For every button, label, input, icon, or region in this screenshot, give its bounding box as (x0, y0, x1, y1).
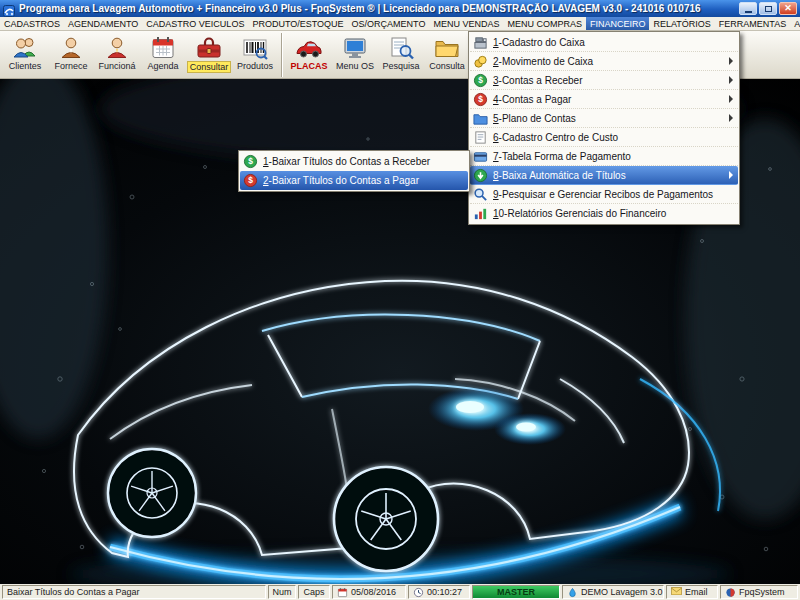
toolbar-menu-os-button[interactable]: Menu OS (332, 32, 378, 78)
toolbar-agenda-button[interactable]: Agenda (140, 32, 186, 78)
monitor-icon (342, 35, 368, 61)
menu-item-baixa-automatica[interactable]: 8-Baixa Automática de Títulos (470, 166, 738, 185)
user-value: MASTER (497, 587, 535, 597)
menu-cadastros[interactable]: CADASTROS (0, 17, 64, 30)
menu-produto-estoque[interactable]: PRODUTO/ESTOQUE (248, 17, 347, 30)
app-version-value: DEMO Lavagem 3.0 (581, 587, 663, 597)
svg-text:$: $ (248, 156, 253, 166)
minimize-button[interactable] (739, 2, 757, 15)
pagar-icon: $ (243, 173, 258, 188)
submenu-arrow-icon (729, 171, 733, 179)
employee-icon (104, 35, 130, 61)
statusbar-app-version: DEMO Lavagem 3.0 (562, 585, 664, 599)
menu-item-cadastro-caixa[interactable]: 1-Cadastro do Caixa (470, 33, 738, 52)
submenu-arrow-icon (729, 114, 733, 122)
menu-item-plano-contas[interactable]: 5-Plano de Contas (470, 109, 738, 128)
calendar-mini-icon (337, 587, 348, 598)
toolbar-pesquisa-os-button[interactable]: Pesquisa (378, 32, 424, 78)
titlebar: Programa para Lavagem Automotivo + Finan… (0, 0, 800, 17)
menu-relatorios[interactable]: RELATÓRIOS (649, 17, 714, 30)
menu-item-contas-receber[interactable]: $ 3-Contas a Receber (470, 71, 738, 90)
envelope-icon (671, 587, 682, 598)
toolbar-label: Fornece (54, 61, 87, 72)
submenu-item-label: 2-Baixar Títulos do Contas a Pagar (263, 175, 419, 186)
app-icon (3, 3, 15, 15)
menu-agendamento[interactable]: AGENDAMENTO (64, 17, 142, 30)
window-title: Programa para Lavagem Automotivo + Finan… (19, 3, 735, 14)
menu-item-label: 3-Contas a Receber (493, 75, 583, 86)
submenu-item-baixar-receber[interactable]: $ 1-Baixar Títulos do Contas a Receber (240, 152, 468, 171)
receber-icon: $ (243, 154, 258, 169)
auto-writeoff-icon (473, 168, 488, 183)
menu-item-pesquisar-recibos[interactable]: 9-Pesquisar e Gerenciar Recibos de Pagam… (470, 185, 738, 204)
receivable-icon: $ (473, 73, 488, 88)
statusbar-email[interactable]: Email (666, 585, 718, 599)
toolbar-label: Consulta (429, 61, 465, 72)
menu-vendas[interactable]: MENU VENDAS (429, 17, 503, 30)
submenu-item-baixar-pagar[interactable]: $ 2-Baixar Títulos do Contas a Pagar (240, 171, 468, 190)
toolbar-clientes-button[interactable]: Clientes (2, 32, 48, 78)
statusbar: Baixar Títulos do Contas a Pagar Num Cap… (0, 584, 800, 600)
toolbar-produtos-button[interactable]: Consultar (186, 32, 232, 78)
search-receipts-icon (473, 187, 488, 202)
toolbar-label: PLACAS (290, 61, 327, 72)
calendar-icon (150, 35, 176, 61)
menu-item-forma-pagamento[interactable]: 7-Tabela Forma de Pagamento (470, 147, 738, 166)
menu-item-label: 1-Cadastro do Caixa (493, 37, 585, 48)
toolbar-label: Consultar (187, 61, 232, 73)
minimize-icon (745, 11, 752, 13)
window-controls: ✕ (739, 2, 797, 15)
search-doc-icon (388, 35, 414, 61)
submenu-arrow-icon (729, 95, 733, 103)
menu-item-centro-custo[interactable]: 6-Cadastro Centro de Custo (470, 128, 738, 147)
statusbar-date: 05/08/2016 (332, 585, 406, 599)
menu-item-label: 7-Tabela Forma de Pagamento (493, 151, 631, 162)
menu-item-label: 4-Contas a Pagar (493, 94, 571, 105)
toolbar-fornecedor-button[interactable]: Fornece (48, 32, 94, 78)
numlock-label: Num (273, 587, 292, 597)
payable-icon: $ (473, 92, 488, 107)
submenu-arrow-icon (729, 76, 733, 84)
payment-method-icon (473, 149, 488, 164)
supplier-icon (58, 35, 84, 61)
submenu-arrow-icon (729, 57, 733, 65)
menu-ajuda[interactable]: AJUDA (790, 17, 800, 30)
email-label: Email (685, 587, 708, 597)
capslock-label: Caps (303, 587, 324, 597)
svg-text:$: $ (478, 75, 483, 85)
menu-cadastro-veiculos[interactable]: CADASTRO VEICULOS (142, 17, 248, 30)
maximize-button[interactable] (759, 2, 777, 15)
menu-item-contas-pagar[interactable]: $ 4-Contas a Pagar (470, 90, 738, 109)
chart-of-accounts-icon (473, 111, 488, 126)
app-window: Programa para Lavagem Automotivo + Finan… (0, 0, 800, 600)
menu-item-label: 8-Baixa Automática de Títulos (493, 170, 626, 181)
menu-financeiro[interactable]: FINANCEIRO (586, 17, 650, 30)
baixa-automatica-submenu: $ 1-Baixar Títulos do Contas a Receber $… (238, 150, 470, 192)
menu-compras[interactable]: MENU COMPRAS (503, 17, 586, 30)
menu-item-relatorios-gerenciais[interactable]: 10-Relatórios Gerenciais do Financeiro (470, 204, 738, 223)
droplet-icon (567, 587, 578, 598)
menu-item-label: 10-Relatórios Gerenciais do Financeiro (493, 208, 666, 219)
toolbar-funcionario-button[interactable]: Funcioná (94, 32, 140, 78)
toolbar-label: Menu OS (336, 61, 374, 72)
statusbar-capslock: Caps (298, 585, 330, 599)
clients-icon (12, 35, 38, 61)
clock-icon (413, 587, 424, 598)
date-value: 05/08/2016 (351, 587, 396, 597)
barcode-icon (242, 35, 268, 61)
menu-ferramentas[interactable]: FERRAMENTAS (715, 17, 790, 30)
time-value: 00:10:27 (427, 587, 462, 597)
toolbar-label: Pesquisa (382, 61, 419, 72)
toolbar-label: Agenda (147, 61, 178, 72)
statusbar-time: 00:10:27 (408, 585, 470, 599)
menu-item-movimento-caixa[interactable]: 2-Movimento de Caixa (470, 52, 738, 71)
toolbar-consulta-os-button[interactable]: Consulta (424, 32, 470, 78)
toolbar-consultar-button[interactable]: Produtos (232, 32, 278, 78)
fpqsystem-logo-icon (725, 587, 736, 598)
statusbar-brand: FpqSystem (720, 585, 798, 599)
svg-text:$: $ (478, 94, 483, 104)
close-button[interactable]: ✕ (779, 2, 797, 15)
menu-os-orcamento[interactable]: OS/ORÇAMENTO (348, 17, 430, 30)
toolbar-placas-button[interactable]: PLACAS (286, 32, 332, 78)
financeiro-menu: 1-Cadastro do Caixa 2-Movimento de Caixa… (468, 31, 740, 225)
